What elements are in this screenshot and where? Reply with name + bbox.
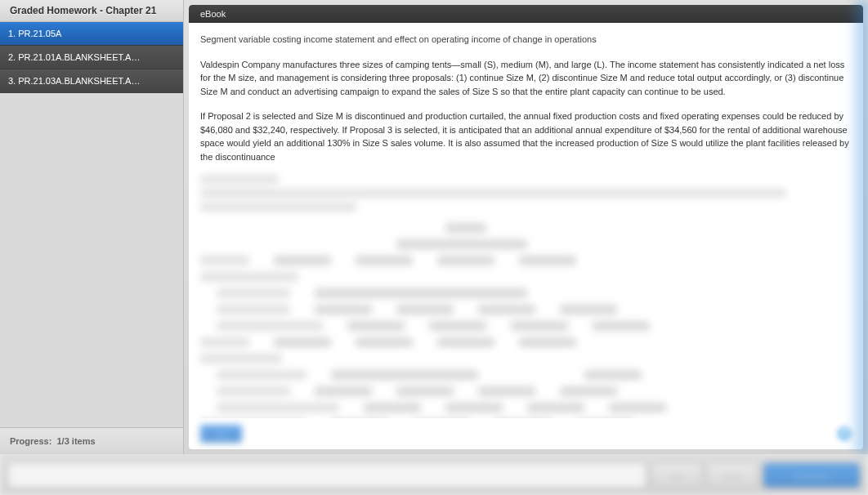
bottom-btn-2[interactable]: —— bbox=[708, 463, 757, 488]
problem-paragraph-2: If Proposal 2 is selected and Size M is … bbox=[200, 109, 852, 163]
right-edge-glow bbox=[848, 0, 868, 454]
main-footer: — ? bbox=[189, 418, 863, 449]
problem-paragraph-1: Valdespin Company manufactures three siz… bbox=[200, 58, 852, 99]
sidebar: Graded Homework - Chapter 21 1. PR.21.05… bbox=[0, 0, 184, 454]
progress-footer: Progress: 1/3 items bbox=[0, 427, 183, 454]
bottom-bar: —— —— ———— bbox=[0, 454, 868, 495]
sidebar-item-q3[interactable]: 3. PR.21.03A.BLANKSHEET.A… bbox=[0, 69, 183, 93]
blurred-instructions bbox=[200, 175, 852, 418]
sidebar-items-list: 1. PR.21.05A 2. PR.21.01A.BLANKSHEET.A… … bbox=[0, 22, 183, 427]
sidebar-header: Graded Homework - Chapter 21 bbox=[0, 0, 183, 22]
sidebar-item-q1[interactable]: 1. PR.21.05A bbox=[0, 22, 183, 46]
problem-title: Segment variable costing income statemen… bbox=[200, 33, 852, 47]
check-work-button[interactable]: — bbox=[200, 425, 242, 443]
bottom-input[interactable] bbox=[8, 463, 646, 488]
bottom-btn-1[interactable]: —— bbox=[652, 463, 701, 488]
progress-value: 1/3 items bbox=[56, 436, 95, 446]
main-header: eBook bbox=[189, 5, 863, 23]
main-panel: eBook Segment variable costing income st… bbox=[189, 5, 863, 449]
blurred-table bbox=[200, 223, 852, 418]
ebook-link[interactable]: eBook bbox=[200, 9, 226, 19]
sidebar-item-q2[interactable]: 2. PR.21.01A.BLANKSHEET.A… bbox=[0, 46, 183, 69]
progress-label: Progress: bbox=[10, 436, 51, 446]
main-content: Segment variable costing income statemen… bbox=[189, 23, 863, 418]
bottom-btn-submit[interactable]: ———— bbox=[763, 463, 860, 488]
